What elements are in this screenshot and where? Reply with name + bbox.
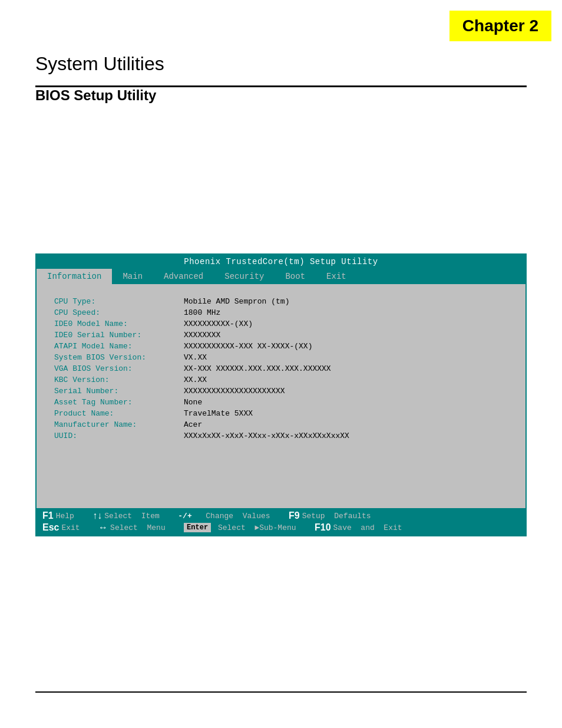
label-exit: Exit: [61, 523, 98, 532]
label-change-values: Change Values: [197, 512, 289, 521]
nav-security[interactable]: Security: [214, 269, 275, 284]
bios-panel: Phoenix TrustedCore(tm) Setup Utility In…: [35, 253, 527, 536]
table-row: Serial Number: XXXXXXXXXXXXXXXXXXXXXX: [54, 386, 508, 397]
label-select-item: Select Item: [104, 512, 178, 521]
info-label: UUID:: [54, 430, 184, 442]
key-arrows: ↔: [98, 522, 108, 533]
info-value: Acer: [184, 419, 508, 430]
bottom-rule: [35, 691, 527, 693]
section-title: BIOS Setup Utility: [35, 87, 156, 104]
label-minus-plus: -/+: [178, 512, 196, 521]
info-value: XXXXXXXXXXX-XXX XX-XXXX-(XX): [184, 341, 508, 352]
status-row-1: F1 Help ↑↓ Select Item -/+ Change Values…: [42, 510, 520, 521]
table-row: ATAPI Model Name: XXXXXXXXXXX-XXX XX-XXX…: [54, 341, 508, 352]
info-value: XX.XX: [184, 374, 508, 386]
info-label: CPU Type:: [54, 296, 184, 307]
info-label: IDE0 Serial Number:: [54, 330, 184, 341]
table-row: Manufacturer Name: Acer: [54, 419, 508, 430]
key-f1: F1: [42, 510, 54, 521]
bios-navbar: Information Main Advanced Security Boot …: [37, 269, 525, 284]
info-label: System BIOS Version:: [54, 352, 184, 363]
bios-statusbar: F1 Help ↑↓ Select Item -/+ Change Values…: [37, 508, 525, 535]
label-setup-defaults: Setup Defaults: [302, 512, 376, 521]
label-select-submenu: Select ►Sub-Menu: [213, 523, 315, 532]
info-value: XX-XXX XXXXXX.XXX.XXX.XXX.XXXXXX: [184, 363, 508, 374]
nav-boot[interactable]: Boot: [275, 269, 316, 284]
info-label: IDE0 Model Name:: [54, 318, 184, 330]
table-row: Product Name: TravelMate 5XXX: [54, 408, 508, 419]
key-f9: F9: [289, 510, 300, 521]
info-value: Mobile AMD Sempron (tm): [184, 296, 508, 307]
nav-exit[interactable]: Exit: [316, 269, 357, 284]
table-row: VGA BIOS Version: XX-XXX XXXXXX.XXX.XXX.…: [54, 363, 508, 374]
info-value: TravelMate 5XXX: [184, 408, 508, 419]
table-row: KBC Version: XX.XX: [54, 374, 508, 386]
bios-content: CPU Type: Mobile AMD Sempron (tm) CPU Sp…: [37, 284, 525, 508]
page-title: System Utilities: [35, 53, 164, 75]
status-row-2: Esc Exit ↔ Select Menu Enter Select ►Sub…: [42, 522, 520, 533]
info-label: VGA BIOS Version:: [54, 363, 184, 374]
label-help: Help: [56, 512, 93, 521]
info-label: Serial Number:: [54, 386, 184, 397]
info-value: 1800 MHz: [184, 307, 508, 318]
info-label: CPU Speed:: [54, 307, 184, 318]
nav-main[interactable]: Main: [112, 269, 153, 284]
bios-titlebar: Phoenix TrustedCore(tm) Setup Utility: [37, 255, 525, 269]
info-value: XXXXXXXX: [184, 330, 508, 341]
table-row: System BIOS Version: VX.XX: [54, 352, 508, 363]
info-value: XXXXXXXXXXXXXXXXXXXXXX: [184, 386, 508, 397]
info-table: CPU Type: Mobile AMD Sempron (tm) CPU Sp…: [54, 296, 508, 442]
info-label: Manufacturer Name:: [54, 419, 184, 430]
label-select-menu: Select Menu: [110, 523, 184, 532]
info-label: Asset Tag Number:: [54, 397, 184, 408]
nav-advanced[interactable]: Advanced: [153, 269, 214, 284]
info-label: KBC Version:: [54, 374, 184, 386]
info-label: Product Name:: [54, 408, 184, 419]
key-enter: Enter: [184, 523, 211, 532]
chapter-badge: Chapter 2: [449, 11, 551, 41]
table-row: CPU Speed: 1800 MHz: [54, 307, 508, 318]
info-value: None: [184, 397, 508, 408]
key-esc: Esc: [42, 522, 59, 533]
table-row: IDE0 Serial Number: XXXXXXXX: [54, 330, 508, 341]
key-updown: ↑↓: [92, 510, 102, 521]
table-row: Asset Tag Number: None: [54, 397, 508, 408]
info-label: ATAPI Model Name:: [54, 341, 184, 352]
info-value: XXXXXXXXXX-(XX): [184, 318, 508, 330]
key-f10: F10: [315, 522, 331, 533]
table-row: UUID: XXXxXxXX-xXxX-XXxx-xXXx-xXXxXXxXxx…: [54, 430, 508, 442]
table-row: IDE0 Model Name: XXXXXXXXXX-(XX): [54, 318, 508, 330]
info-value: VX.XX: [184, 352, 508, 363]
label-save-exit: Save and Exit: [333, 523, 407, 532]
table-row: CPU Type: Mobile AMD Sempron (tm): [54, 296, 508, 307]
info-value: XXXxXxXX-xXxX-XXxx-xXXx-xXXxXXxXxxXX: [184, 430, 508, 442]
nav-information[interactable]: Information: [37, 269, 112, 284]
